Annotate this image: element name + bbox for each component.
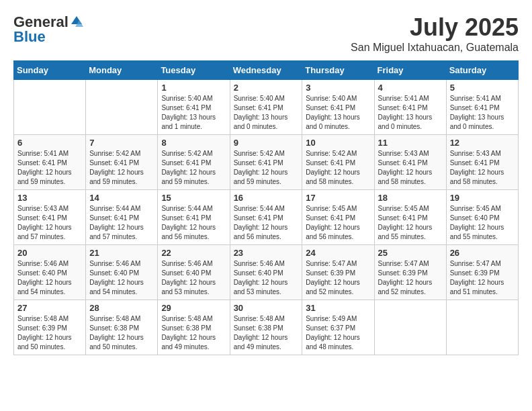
day-number: 14 [89, 193, 154, 203]
header: General Blue July 2025 San Miguel Ixtahu… [13, 13, 519, 54]
day-info: Sunrise: 5:41 AM Sunset: 6:41 PM Dayligh… [378, 94, 443, 132]
calendar-week-2: 6Sunrise: 5:41 AM Sunset: 6:41 PM Daylig… [14, 135, 519, 190]
calendar-cell: 1Sunrise: 5:40 AM Sunset: 6:41 PM Daylig… [158, 80, 230, 135]
calendar-cell: 23Sunrise: 5:46 AM Sunset: 6:40 PM Dayli… [230, 245, 302, 300]
day-number: 7 [89, 138, 154, 148]
day-number: 17 [306, 193, 370, 203]
calendar-week-3: 13Sunrise: 5:43 AM Sunset: 6:41 PM Dayli… [14, 190, 519, 245]
month-title: July 2025 [351, 13, 519, 42]
day-info: Sunrise: 5:43 AM Sunset: 6:41 PM Dayligh… [17, 204, 82, 242]
logo-icon [70, 15, 83, 28]
day-info: Sunrise: 5:44 AM Sunset: 6:41 PM Dayligh… [161, 204, 226, 242]
calendar-cell: 11Sunrise: 5:43 AM Sunset: 6:41 PM Dayli… [374, 135, 446, 190]
calendar-cell: 16Sunrise: 5:44 AM Sunset: 6:41 PM Dayli… [230, 190, 302, 245]
day-header-sunday: Sunday [14, 61, 86, 80]
day-info: Sunrise: 5:40 AM Sunset: 6:41 PM Dayligh… [161, 94, 226, 132]
day-info: Sunrise: 5:40 AM Sunset: 6:41 PM Dayligh… [234, 94, 299, 132]
calendar-week-1: 1Sunrise: 5:40 AM Sunset: 6:41 PM Daylig… [14, 80, 519, 135]
day-number: 12 [450, 138, 515, 148]
day-number: 26 [450, 248, 515, 258]
calendar-cell: 19Sunrise: 5:45 AM Sunset: 6:40 PM Dayli… [446, 190, 518, 245]
day-number: 2 [234, 83, 299, 93]
calendar-cell: 17Sunrise: 5:45 AM Sunset: 6:41 PM Dayli… [302, 190, 374, 245]
calendar-cell: 30Sunrise: 5:48 AM Sunset: 6:38 PM Dayli… [230, 300, 302, 355]
logo-blue: Blue [13, 28, 46, 46]
day-info: Sunrise: 5:47 AM Sunset: 6:39 PM Dayligh… [378, 259, 443, 297]
day-header-saturday: Saturday [446, 61, 518, 80]
calendar-cell [86, 80, 158, 135]
day-number: 11 [378, 138, 443, 148]
calendar-cell [446, 300, 518, 355]
day-number: 24 [306, 248, 370, 258]
calendar-cell: 15Sunrise: 5:44 AM Sunset: 6:41 PM Dayli… [158, 190, 230, 245]
day-info: Sunrise: 5:43 AM Sunset: 6:41 PM Dayligh… [450, 149, 515, 187]
calendar-cell: 18Sunrise: 5:45 AM Sunset: 6:41 PM Dayli… [374, 190, 446, 245]
day-info: Sunrise: 5:46 AM Sunset: 6:40 PM Dayligh… [17, 259, 82, 297]
calendar-cell: 20Sunrise: 5:46 AM Sunset: 6:40 PM Dayli… [14, 245, 86, 300]
day-info: Sunrise: 5:48 AM Sunset: 6:39 PM Dayligh… [17, 314, 82, 352]
location-title: San Miguel Ixtahuacan, Guatemala [351, 42, 519, 54]
calendar-week-5: 27Sunrise: 5:48 AM Sunset: 6:39 PM Dayli… [14, 300, 519, 355]
calendar: SundayMondayTuesdayWednesdayThursdayFrid… [13, 60, 519, 355]
calendar-cell: 4Sunrise: 5:41 AM Sunset: 6:41 PM Daylig… [374, 80, 446, 135]
title-area: July 2025 San Miguel Ixtahuacan, Guatema… [351, 13, 519, 54]
day-info: Sunrise: 5:42 AM Sunset: 6:41 PM Dayligh… [306, 149, 370, 187]
day-header-friday: Friday [374, 61, 446, 80]
day-info: Sunrise: 5:48 AM Sunset: 6:38 PM Dayligh… [161, 314, 226, 352]
day-info: Sunrise: 5:48 AM Sunset: 6:38 PM Dayligh… [89, 314, 154, 352]
calendar-cell: 6Sunrise: 5:41 AM Sunset: 6:41 PM Daylig… [14, 135, 86, 190]
day-header-tuesday: Tuesday [158, 61, 230, 80]
calendar-cell: 31Sunrise: 5:49 AM Sunset: 6:37 PM Dayli… [302, 300, 374, 355]
day-number: 6 [17, 138, 82, 148]
day-number: 18 [378, 193, 443, 203]
calendar-cell: 24Sunrise: 5:47 AM Sunset: 6:39 PM Dayli… [302, 245, 374, 300]
day-number: 21 [89, 248, 154, 258]
day-info: Sunrise: 5:44 AM Sunset: 6:41 PM Dayligh… [89, 204, 154, 242]
day-number: 30 [234, 303, 299, 313]
day-number: 25 [378, 248, 443, 258]
day-number: 10 [306, 138, 370, 148]
day-info: Sunrise: 5:45 AM Sunset: 6:40 PM Dayligh… [450, 204, 515, 242]
day-info: Sunrise: 5:41 AM Sunset: 6:41 PM Dayligh… [17, 149, 82, 187]
day-info: Sunrise: 5:45 AM Sunset: 6:41 PM Dayligh… [378, 204, 443, 242]
day-number: 9 [234, 138, 299, 148]
day-number: 16 [234, 193, 299, 203]
day-info: Sunrise: 5:42 AM Sunset: 6:41 PM Dayligh… [89, 149, 154, 187]
day-info: Sunrise: 5:42 AM Sunset: 6:41 PM Dayligh… [161, 149, 226, 187]
day-number: 22 [161, 248, 226, 258]
calendar-header-row: SundayMondayTuesdayWednesdayThursdayFrid… [14, 61, 519, 80]
day-info: Sunrise: 5:47 AM Sunset: 6:39 PM Dayligh… [450, 259, 515, 297]
day-number: 3 [306, 83, 370, 93]
calendar-cell [374, 300, 446, 355]
day-number: 4 [378, 83, 443, 93]
calendar-cell: 8Sunrise: 5:42 AM Sunset: 6:41 PM Daylig… [158, 135, 230, 190]
day-number: 31 [306, 303, 370, 313]
day-number: 15 [161, 193, 226, 203]
day-info: Sunrise: 5:43 AM Sunset: 6:41 PM Dayligh… [378, 149, 443, 187]
calendar-cell: 21Sunrise: 5:46 AM Sunset: 6:40 PM Dayli… [86, 245, 158, 300]
calendar-cell: 27Sunrise: 5:48 AM Sunset: 6:39 PM Dayli… [14, 300, 86, 355]
day-number: 27 [17, 303, 82, 313]
calendar-cell: 22Sunrise: 5:46 AM Sunset: 6:40 PM Dayli… [158, 245, 230, 300]
day-info: Sunrise: 5:42 AM Sunset: 6:41 PM Dayligh… [234, 149, 299, 187]
calendar-cell: 5Sunrise: 5:41 AM Sunset: 6:41 PM Daylig… [446, 80, 518, 135]
calendar-cell: 29Sunrise: 5:48 AM Sunset: 6:38 PM Dayli… [158, 300, 230, 355]
day-number: 5 [450, 83, 515, 93]
day-info: Sunrise: 5:46 AM Sunset: 6:40 PM Dayligh… [161, 259, 226, 297]
calendar-cell: 12Sunrise: 5:43 AM Sunset: 6:41 PM Dayli… [446, 135, 518, 190]
day-info: Sunrise: 5:41 AM Sunset: 6:41 PM Dayligh… [450, 94, 515, 132]
day-number: 8 [161, 138, 226, 148]
day-number: 20 [17, 248, 82, 258]
day-info: Sunrise: 5:48 AM Sunset: 6:38 PM Dayligh… [234, 314, 299, 352]
calendar-cell: 9Sunrise: 5:42 AM Sunset: 6:41 PM Daylig… [230, 135, 302, 190]
day-number: 19 [450, 193, 515, 203]
day-header-thursday: Thursday [302, 61, 374, 80]
day-info: Sunrise: 5:46 AM Sunset: 6:40 PM Dayligh… [234, 259, 299, 297]
day-number: 28 [89, 303, 154, 313]
calendar-cell: 28Sunrise: 5:48 AM Sunset: 6:38 PM Dayli… [86, 300, 158, 355]
day-header-wednesday: Wednesday [230, 61, 302, 80]
day-info: Sunrise: 5:49 AM Sunset: 6:37 PM Dayligh… [306, 314, 370, 352]
calendar-cell: 13Sunrise: 5:43 AM Sunset: 6:41 PM Dayli… [14, 190, 86, 245]
calendar-cell: 7Sunrise: 5:42 AM Sunset: 6:41 PM Daylig… [86, 135, 158, 190]
day-info: Sunrise: 5:44 AM Sunset: 6:41 PM Dayligh… [234, 204, 299, 242]
